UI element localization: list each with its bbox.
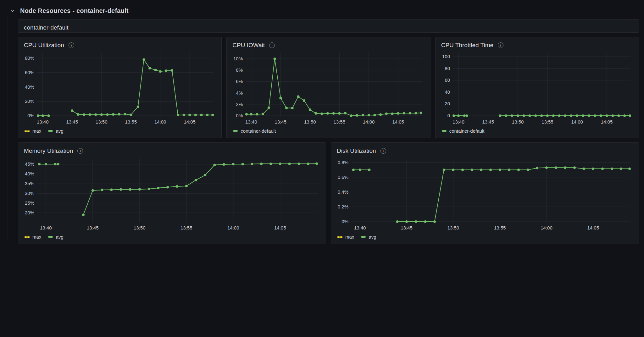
legend-label: avg <box>56 234 63 240</box>
svg-text:13:55: 13:55 <box>180 225 192 230</box>
legend-item-max[interactable]: max <box>337 234 354 240</box>
panel-title[interactable]: Memory Utilization <box>24 147 73 154</box>
panel-title[interactable]: Disk Utilization <box>337 147 376 154</box>
panel-header: CPU IOWait i <box>227 37 430 49</box>
svg-text:20%: 20% <box>25 98 34 104</box>
svg-text:40%: 40% <box>25 171 34 176</box>
panel-header: container-default <box>18 19 639 32</box>
legend-label: container-default <box>449 128 485 134</box>
panel-cpu-throttled-time: CPU Throttled Time i 02040608010013:4013… <box>435 37 639 138</box>
chart-cpu-iowait[interactable]: 0%2%4%6%8%10%13:4013:4513:5013:5514:0014… <box>229 50 427 127</box>
series-swatch-line-icon <box>48 130 53 132</box>
panel-header: Disk Utilization i <box>331 143 639 155</box>
legend-label: avg <box>56 128 63 134</box>
info-icon[interactable]: i <box>77 148 83 154</box>
svg-text:100: 100 <box>442 54 450 59</box>
series-swatch-dash-icon <box>25 236 30 238</box>
svg-text:13:55: 13:55 <box>494 225 506 230</box>
legend-item-max[interactable]: max <box>25 128 41 134</box>
panel-cpu-iowait: CPU IOWait i 0%2%4%6%8%10%13:4013:4513:5… <box>226 37 430 138</box>
svg-text:13:45: 13:45 <box>66 119 78 124</box>
svg-text:0.4%: 0.4% <box>338 189 348 195</box>
legend: max avg <box>18 233 326 244</box>
svg-text:13:45: 13:45 <box>401 225 413 230</box>
chart-cpu-utilization[interactable]: 0%20%40%60%80%13:4013:4513:5013:5514:001… <box>21 50 219 127</box>
chart-disk-utilization[interactable]: 0%0.2%0.4%0.6%0.8%13:4013:4513:5013:5514… <box>334 156 636 233</box>
chevron-down-icon[interactable] <box>10 8 15 13</box>
panel-cpu-utilization: CPU Utilization i 0%20%40%60%80%13:4013:… <box>18 37 222 138</box>
svg-text:13:40: 13:40 <box>452 119 464 124</box>
legend-item-avg[interactable]: avg <box>48 234 63 240</box>
chart-cpu-throttled-time[interactable]: 02040608010013:4013:4513:5013:5514:0014:… <box>438 50 636 127</box>
svg-text:14:00: 14:00 <box>363 119 375 124</box>
chart-svg-cpu_throttled: 02040608010013:4013:4513:5013:5514:0014:… <box>438 50 636 127</box>
svg-text:0%: 0% <box>236 113 243 118</box>
svg-text:6%: 6% <box>236 79 243 84</box>
panel-title[interactable]: container-default <box>24 24 69 31</box>
panel-title[interactable]: CPU Utilization <box>24 42 64 49</box>
info-icon[interactable]: i <box>269 42 275 48</box>
legend-item-avg[interactable]: avg <box>361 234 376 240</box>
panel-container-default: container-default 00.20.40.60.8113:4013:… <box>18 19 639 33</box>
svg-text:0.8%: 0.8% <box>338 160 348 165</box>
svg-text:80: 80 <box>445 66 450 71</box>
svg-text:14:00: 14:00 <box>541 225 552 230</box>
svg-text:20%: 20% <box>25 210 34 215</box>
svg-text:14:05: 14:05 <box>601 119 613 124</box>
panel-header: Memory Utilization i <box>18 143 326 155</box>
svg-text:60: 60 <box>445 77 450 83</box>
chart-svg-memory: 20%25%30%35%40%45%13:4013:4513:5013:5514… <box>21 156 323 233</box>
dashboard-page: Node Resources - container-default conta… <box>0 0 644 244</box>
svg-text:13:40: 13:40 <box>245 119 257 124</box>
svg-text:13:50: 13:50 <box>134 225 146 230</box>
svg-text:80%: 80% <box>25 55 34 61</box>
legend-item-container-default[interactable]: container-default <box>442 128 485 134</box>
info-icon[interactable]: i <box>380 148 386 154</box>
svg-text:13:45: 13:45 <box>482 119 494 124</box>
svg-text:60%: 60% <box>25 70 34 75</box>
svg-text:13:45: 13:45 <box>87 225 99 230</box>
legend-label: avg <box>369 234 376 240</box>
row-title[interactable]: Node Resources - container-default <box>20 7 129 14</box>
svg-text:13:40: 13:40 <box>354 225 366 230</box>
svg-text:40: 40 <box>445 89 450 95</box>
legend: max avg <box>331 233 639 244</box>
series-swatch-line-icon <box>361 236 366 238</box>
panel-title[interactable]: CPU Throttled Time <box>441 42 493 49</box>
legend: container-default <box>436 127 639 138</box>
svg-text:14:05: 14:05 <box>274 225 286 230</box>
panel-title[interactable]: CPU IOWait <box>232 42 265 49</box>
svg-text:14:00: 14:00 <box>227 225 239 230</box>
legend: container-default <box>227 127 430 138</box>
svg-text:13:50: 13:50 <box>96 119 108 124</box>
chart-memory-utilization[interactable]: 20%25%30%35%40%45%13:4013:4513:5013:5514… <box>21 156 323 233</box>
svg-text:13:40: 13:40 <box>40 225 52 230</box>
svg-text:40%: 40% <box>25 84 34 90</box>
info-icon[interactable]: i <box>498 42 503 48</box>
series-swatch-dash-icon <box>337 236 342 238</box>
chart-svg-disk: 0%0.2%0.4%0.6%0.8%13:4013:4513:5013:5514… <box>334 156 636 233</box>
legend-item-max[interactable]: max <box>25 234 41 240</box>
legend-item-avg[interactable]: avg <box>48 128 63 134</box>
panel-memory-utilization: Memory Utilization i 20%25%30%35%40%45%1… <box>18 142 326 244</box>
svg-text:45%: 45% <box>25 161 34 167</box>
svg-text:8%: 8% <box>236 67 243 73</box>
series-swatch-line-icon <box>442 130 447 132</box>
dashboard-row-header[interactable]: Node Resources - container-default <box>10 5 639 16</box>
panel-header: CPU Utilization i <box>18 37 221 49</box>
svg-text:13:55: 13:55 <box>125 119 137 124</box>
legend-item-container-default[interactable]: container-default <box>233 128 276 134</box>
legend-label: max <box>345 234 354 240</box>
svg-text:14:05: 14:05 <box>392 119 404 124</box>
svg-text:4%: 4% <box>236 90 243 96</box>
svg-text:13:55: 13:55 <box>541 119 553 124</box>
svg-text:13:40: 13:40 <box>37 119 49 124</box>
svg-text:13:55: 13:55 <box>334 119 346 124</box>
svg-text:14:00: 14:00 <box>154 119 166 124</box>
info-icon[interactable]: i <box>69 42 74 48</box>
svg-text:0%: 0% <box>27 113 34 118</box>
svg-text:13:50: 13:50 <box>512 119 524 124</box>
svg-text:10%: 10% <box>233 56 243 61</box>
svg-text:0.2%: 0.2% <box>338 204 348 209</box>
svg-text:2%: 2% <box>236 102 243 107</box>
